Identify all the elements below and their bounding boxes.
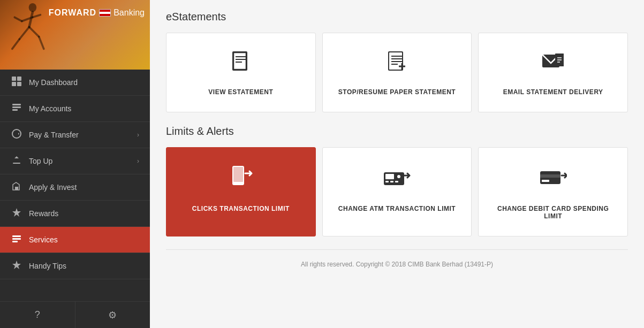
svg-rect-48 — [385, 181, 389, 182]
clicks-limit-label: CLICKS TRANSACTION LIMIT — [192, 205, 290, 212]
sidebar-footer: ? ⚙ — [0, 301, 150, 328]
svg-rect-43 — [233, 167, 243, 182]
services-icon — [11, 234, 22, 246]
svg-rect-20 — [12, 235, 21, 237]
debit-card-icon — [539, 164, 567, 196]
sidebar-item-services[interactable]: Services — [0, 227, 150, 253]
svg-line-2 — [19, 27, 29, 39]
topup-icon — [11, 155, 22, 167]
estatements-title: eStatements — [166, 11, 628, 23]
settings-icon: ⚙ — [108, 309, 117, 321]
svg-point-0 — [29, 3, 37, 12]
sidebar-item-handy-tips[interactable]: Handy Tips — [0, 253, 150, 279]
sidebar-item-dashboard[interactable]: My Dashboard — [0, 70, 150, 96]
sidebar-item-accounts-label: My Accounts — [29, 104, 139, 113]
estatements-grid: VIEW ESTATEMENT STOP/RESUME — [166, 33, 628, 112]
svg-rect-18 — [15, 187, 18, 190]
svg-rect-52 — [540, 174, 560, 178]
svg-rect-17 — [13, 163, 20, 164]
sidebar-item-accounts[interactable]: My Accounts — [0, 96, 150, 122]
svg-rect-12 — [17, 82, 21, 86]
sidebar-item-services-label: Services — [29, 235, 139, 244]
svg-line-4 — [29, 27, 39, 36]
svg-rect-49 — [390, 181, 393, 182]
settings-button[interactable]: ⚙ — [75, 302, 150, 328]
brand-logo: FORWARD Banking — [49, 8, 145, 18]
sidebar-item-pay-transfer[interactable]: Pay & Transfer › — [0, 122, 150, 148]
svg-point-44 — [237, 182, 239, 185]
svg-point-47 — [397, 175, 400, 178]
document-lines-icon — [384, 49, 410, 80]
stop-resume-label: STOP/RESUME PAPER STATEMENT — [338, 88, 456, 96]
accounts-icon — [11, 103, 22, 115]
svg-rect-9 — [12, 77, 16, 81]
debit-limit-label: CHANGE DEBIT CARD SPENDING LIMIT — [489, 205, 617, 220]
sidebar-item-apply-label: Apply & Invest — [29, 183, 139, 192]
svg-rect-25 — [233, 52, 246, 70]
sidebar-nav: My Dashboard My Accounts Pay & Transfer … — [0, 70, 150, 301]
stop-resume-card[interactable]: STOP/RESUME PAPER STATEMENT — [322, 33, 472, 112]
svg-line-7 — [14, 17, 22, 21]
atm-limit-label: CHANGE ATM TRANSACTION LIMIT — [338, 205, 456, 212]
svg-rect-21 — [12, 238, 21, 240]
chevron-right-icon2: › — [137, 157, 139, 165]
view-estatement-card[interactable]: VIEW ESTATEMENT — [166, 33, 316, 112]
sidebar-item-pay-label: Pay & Transfer — [29, 131, 131, 139]
sidebar-item-topup[interactable]: Top Up › — [0, 148, 150, 174]
debit-limit-card[interactable]: CHANGE DEBIT CARD SPENDING LIMIT — [478, 147, 628, 237]
tips-icon — [11, 260, 22, 272]
svg-point-16 — [12, 129, 21, 138]
svg-rect-46 — [385, 174, 394, 179]
document-icon — [228, 49, 254, 80]
svg-marker-23 — [12, 261, 21, 269]
sidebar-header: FORWARD Banking — [0, 0, 150, 70]
svg-line-5 — [39, 37, 44, 49]
brand-name: FORWARD — [49, 8, 96, 18]
svg-line-8 — [33, 15, 41, 18]
atm-limit-card[interactable]: CHANGE ATM TRANSACTION LIMIT — [322, 147, 472, 237]
svg-line-3 — [12, 39, 20, 49]
email-statement-label: EMAIL STATEMENT DELIVERY — [503, 88, 603, 96]
svg-marker-19 — [12, 208, 21, 217]
mobile-arrow-icon — [227, 164, 255, 196]
sidebar-item-tips-label: Handy Tips — [29, 262, 139, 270]
svg-rect-22 — [12, 241, 18, 242]
sidebar-item-rewards[interactable]: Rewards — [0, 201, 150, 227]
limits-grid: CLICKS TRANSACTION LIMIT CHANGE ATM TRAN — [166, 147, 628, 237]
svg-line-1 — [29, 12, 33, 27]
chevron-right-icon: › — [137, 131, 139, 139]
apply-icon — [11, 181, 22, 193]
help-button[interactable]: ? — [0, 302, 75, 328]
sidebar-item-rewards-label: Rewards — [29, 209, 139, 218]
pay-icon — [11, 129, 22, 141]
svg-rect-13 — [12, 104, 21, 105]
sidebar-item-topup-label: Top Up — [29, 157, 131, 165]
help-icon: ? — [35, 309, 40, 321]
footer-copyright: All rights reserved. Copyright © 2018 CI… — [166, 249, 628, 268]
clicks-limit-card[interactable]: CLICKS TRANSACTION LIMIT — [166, 147, 316, 237]
dashboard-icon — [11, 77, 22, 88]
brand-banking: Banking — [113, 8, 145, 18]
atm-icon — [383, 164, 411, 196]
svg-rect-50 — [395, 181, 398, 182]
svg-rect-15 — [12, 109, 18, 111]
runner-icon — [0, 3, 54, 56]
sidebar-item-dashboard-label: My Dashboard — [29, 78, 139, 87]
email-icon — [540, 49, 566, 80]
view-estatement-label: VIEW ESTATEMENT — [208, 88, 273, 96]
limits-alerts-title: Limits & Alerts — [166, 125, 628, 138]
brand-flag-icon — [99, 9, 111, 17]
sidebar-item-apply-invest[interactable]: Apply & Invest — [0, 174, 150, 201]
svg-rect-53 — [542, 180, 549, 182]
email-statement-card[interactable]: EMAIL STATEMENT DELIVERY — [478, 33, 628, 112]
svg-rect-11 — [12, 82, 16, 86]
svg-rect-14 — [12, 106, 21, 108]
svg-rect-10 — [17, 77, 21, 81]
rewards-icon — [11, 208, 22, 219]
sidebar: FORWARD Banking My Dashboard My Accounts — [0, 0, 150, 328]
main-content: eStatements VIEW ESTATEMENT — [150, 0, 644, 328]
